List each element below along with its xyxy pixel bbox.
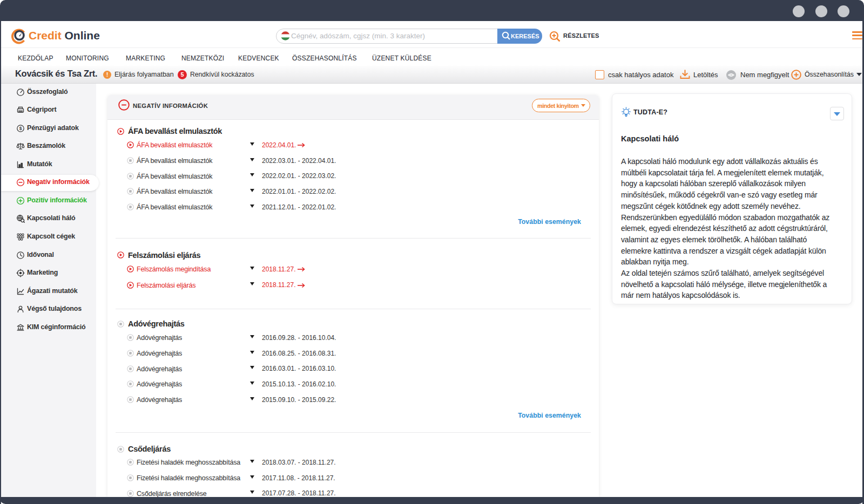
svg-text:$: $ <box>19 126 22 131</box>
